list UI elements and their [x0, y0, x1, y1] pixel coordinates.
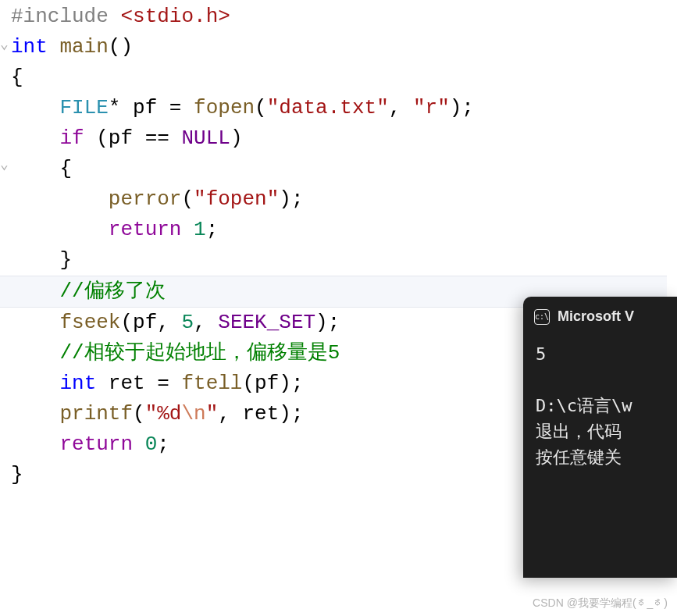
terminal-window[interactable]: c:\ Microsoft V 5 D:\c语言\w 退出，代码 按任意键关	[523, 297, 677, 578]
string-literal: "%d	[145, 402, 182, 426]
terminal-output: 5 D:\c语言\w 退出，代码 按任意键关	[523, 333, 677, 478]
function-call: ftell	[181, 372, 242, 395]
output-line: 退出，代码	[536, 418, 665, 444]
output-line: D:\c语言\w	[536, 393, 665, 418]
number: 1	[194, 218, 206, 241]
type: FILE	[59, 96, 108, 119]
code-line: FILE* pf = fopen("data.txt", "r");	[11, 93, 667, 123]
function-call: perror	[109, 187, 182, 211]
string-literal: "fopen"	[194, 187, 279, 211]
function-name: main	[48, 35, 109, 59]
output-line	[536, 367, 665, 393]
function-call: fseek	[59, 311, 120, 334]
keyword: if	[59, 126, 84, 150]
number: 0	[145, 433, 158, 456]
code-line: {	[11, 154, 667, 184]
code-line: int main()	[11, 32, 667, 62]
constant: SEEK_SET	[218, 311, 315, 334]
function-call: printf	[59, 402, 133, 426]
punct: ()	[109, 35, 133, 59]
escape-seq: \n	[181, 402, 205, 426]
watermark: CSDN @我要学编程(ಥ_ಥ)	[533, 595, 668, 611]
output-line: 按任意键关	[536, 444, 665, 470]
comment: //偏移了次	[59, 280, 165, 303]
code-line: perror("fopen");	[11, 184, 667, 215]
keyword: return	[59, 433, 133, 456]
number: 5	[181, 311, 194, 334]
keyword: return	[109, 218, 182, 241]
keyword: int	[11, 35, 48, 59]
include-header: <stdio.h>	[120, 5, 230, 28]
output-line: 5	[536, 341, 665, 367]
code-line: #include <stdio.h>	[11, 2, 667, 32]
preproc-directive: #include	[11, 5, 120, 28]
code-line: }	[11, 245, 667, 276]
terminal-title-bar[interactable]: c:\ Microsoft V	[523, 297, 677, 333]
gutter: ⌄ ⌄	[0, 0, 9, 616]
code-line: return 1;	[11, 215, 667, 245]
terminal-title: Microsoft V	[558, 306, 634, 327]
comment: //相较于起始地址，偏移量是5	[59, 341, 340, 365]
code-line: {	[11, 62, 667, 93]
terminal-icon: c:\	[534, 309, 550, 325]
code-line: if (pf == NULL)	[11, 123, 667, 154]
constant: NULL	[181, 126, 230, 150]
string-literal: "r"	[413, 96, 450, 119]
string-literal: "data.txt"	[267, 96, 389, 119]
function-call: fopen	[194, 96, 255, 119]
fold-open-icon[interactable]: ⌄	[0, 155, 9, 176]
fold-open-icon[interactable]: ⌄	[0, 34, 9, 55]
keyword: int	[59, 372, 96, 395]
